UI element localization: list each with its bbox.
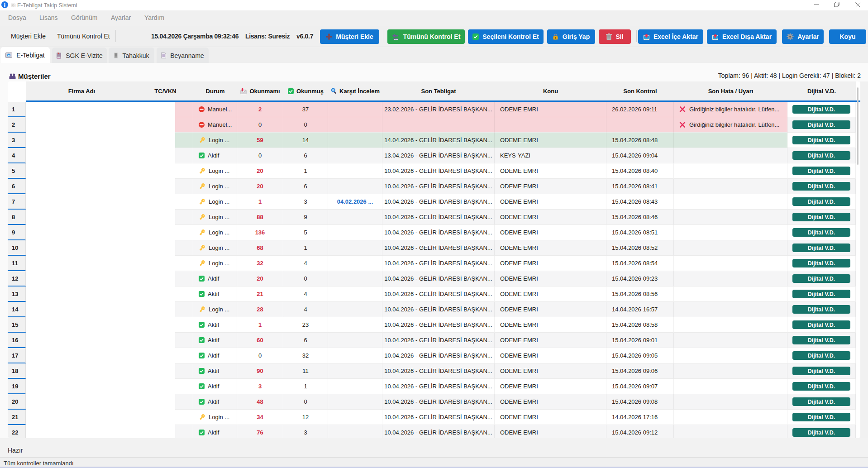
svg-text:e: e [8,53,10,57]
